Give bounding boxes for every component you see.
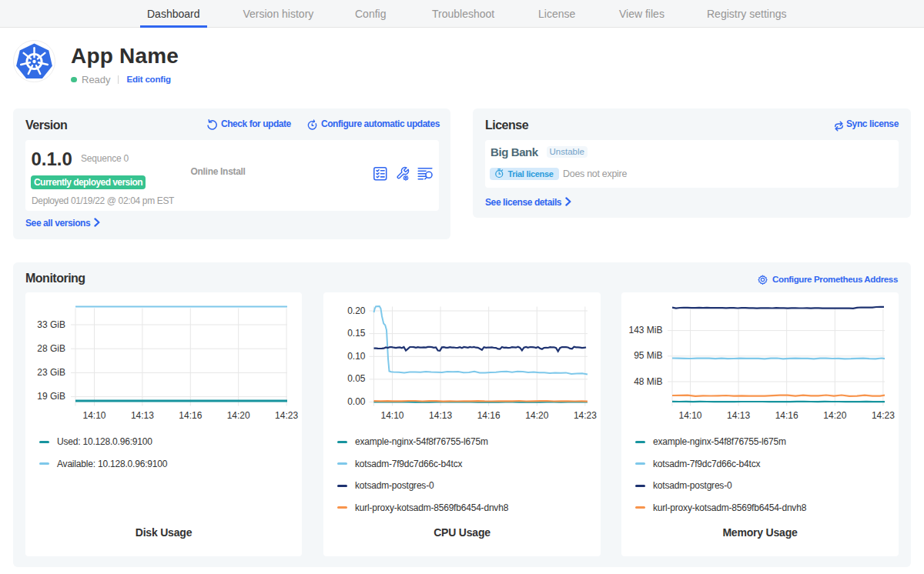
svg-text:14:10: 14:10 [380, 410, 403, 421]
svg-text:0.15: 0.15 [347, 328, 366, 339]
svg-text:0.10: 0.10 [347, 351, 366, 362]
svg-text:23 GiB: 23 GiB [37, 367, 65, 378]
svg-text:0.20: 0.20 [347, 305, 366, 316]
svg-text:14:20: 14:20 [823, 410, 846, 421]
svg-text:14:23: 14:23 [275, 410, 298, 421]
svg-text:0.00: 0.00 [347, 396, 366, 407]
svg-text:14:16: 14:16 [179, 410, 202, 421]
svg-text:0.05: 0.05 [347, 373, 366, 384]
svg-text:95 MiB: 95 MiB [634, 350, 662, 361]
svg-text:14:20: 14:20 [227, 410, 250, 421]
svg-text:14:10: 14:10 [678, 410, 701, 421]
svg-text:19 GiB: 19 GiB [37, 391, 65, 402]
svg-text:33 GiB: 33 GiB [37, 319, 65, 330]
svg-text:48 MiB: 48 MiB [634, 376, 662, 387]
svg-text:143 MiB: 143 MiB [628, 325, 662, 335]
svg-text:14:16: 14:16 [477, 410, 500, 421]
svg-text:14:23: 14:23 [872, 410, 895, 421]
svg-text:14:13: 14:13 [131, 410, 154, 421]
svg-text:14:16: 14:16 [775, 410, 798, 421]
svg-text:14:23: 14:23 [574, 410, 597, 421]
svg-text:14:10: 14:10 [82, 410, 105, 421]
svg-text:14:20: 14:20 [525, 410, 548, 421]
svg-text:14:13: 14:13 [429, 410, 452, 421]
svg-text:28 GiB: 28 GiB [37, 343, 65, 354]
svg-text:14:13: 14:13 [727, 410, 750, 421]
